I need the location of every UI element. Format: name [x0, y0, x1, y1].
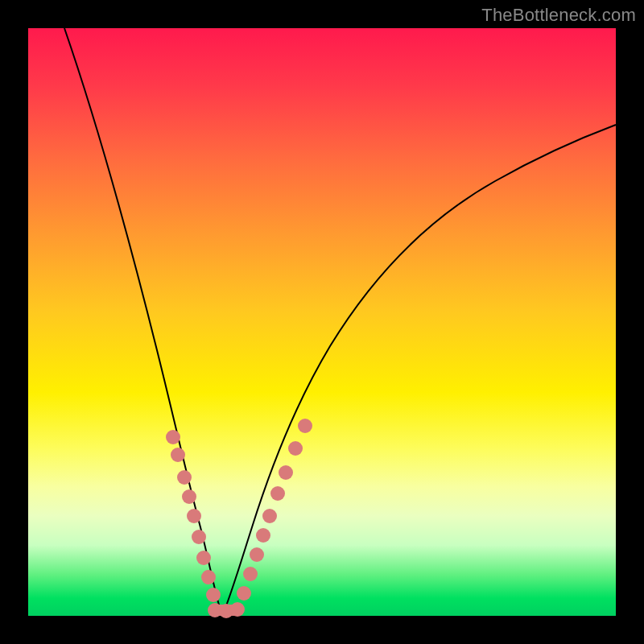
- svg-point-0: [166, 430, 180, 444]
- svg-point-7: [201, 570, 216, 584]
- svg-point-19: [279, 465, 293, 480]
- svg-point-20: [288, 441, 303, 456]
- svg-point-13: [237, 586, 251, 601]
- svg-point-1: [171, 448, 185, 462]
- svg-point-12: [230, 602, 245, 617]
- plot-area: [28, 28, 616, 616]
- right-curve: [222, 125, 616, 616]
- svg-point-5: [192, 530, 206, 544]
- svg-point-8: [206, 588, 221, 602]
- svg-point-16: [256, 528, 270, 543]
- svg-point-4: [187, 509, 201, 523]
- watermark-text: TheBottleneck.com: [481, 5, 636, 26]
- chart-svg: [28, 28, 616, 616]
- svg-point-14: [243, 567, 258, 581]
- svg-point-6: [196, 551, 211, 565]
- chart-frame: TheBottleneck.com: [0, 0, 644, 644]
- svg-point-18: [270, 486, 285, 501]
- svg-point-3: [182, 489, 196, 504]
- svg-point-21: [298, 419, 312, 433]
- marker-group: [166, 419, 312, 618]
- svg-point-17: [262, 509, 277, 523]
- svg-point-15: [250, 547, 264, 562]
- left-curve: [64, 28, 222, 616]
- svg-point-2: [177, 470, 192, 485]
